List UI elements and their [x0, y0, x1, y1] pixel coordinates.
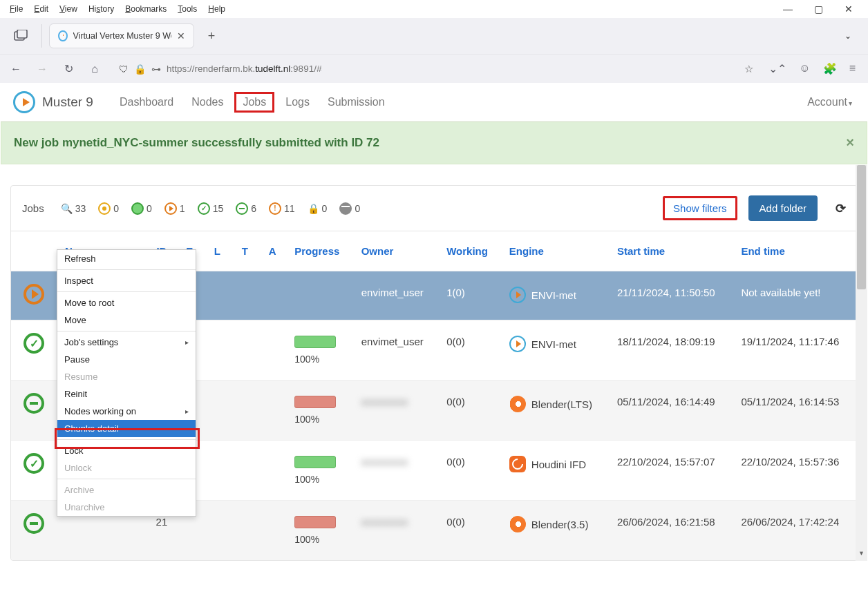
menu-help[interactable]: Help [202, 1, 231, 17]
tab-close-icon[interactable]: ✕ [177, 30, 185, 41]
window-close[interactable]: ✕ [833, 3, 864, 15]
ctx-reinit[interactable]: Reinit [57, 385, 196, 403]
cell-engine: Houdini IFD [501, 441, 609, 501]
cell-progress: 100% [286, 320, 352, 381]
row-status-icon: ✓ [23, 453, 44, 474]
permissions-icon[interactable]: ⊶ [151, 64, 161, 75]
menu-file[interactable]: File [4, 1, 28, 17]
menu-tools[interactable]: Tools [172, 1, 202, 17]
alert-close-icon[interactable]: × [846, 135, 854, 151]
cell-l [203, 501, 231, 561]
ctx-inspect[interactable]: Inspect [57, 272, 196, 289]
cell-start: 26/06/2024, 16:21:58 [609, 501, 733, 561]
stat-pending[interactable]: 0 [98, 202, 119, 215]
cell-start: 21/11/2024, 11:50:50 [609, 271, 733, 320]
tabs-overflow-icon[interactable]: ⌄ [835, 31, 861, 41]
brand[interactable]: Muster 9 [13, 91, 93, 113]
ctx-resume: Resume [57, 368, 196, 385]
col-l[interactable]: L [203, 231, 231, 271]
col-progress[interactable]: Progress [286, 231, 352, 271]
account-icon[interactable]: ☺ [799, 62, 810, 75]
panel-refresh-icon[interactable]: ⟳ [836, 201, 846, 216]
tab-title: Virtual Vertex Muster 9 Web con [73, 31, 171, 41]
tracking-shield-icon[interactable]: 🛡 [119, 64, 129, 75]
address-bar[interactable]: 🛡 🔒 ⊶ https://renderfarm.bk.tudelft.nl:9… [112, 59, 760, 79]
col-end[interactable]: End time [733, 231, 857, 271]
cell-owner: envimet_user [353, 320, 438, 381]
nav-reload-icon[interactable]: ↻ [59, 62, 77, 75]
ctx-lock[interactable]: Lock [57, 442, 196, 459]
cell-l [203, 441, 231, 501]
cell-a [258, 501, 286, 561]
stat-play[interactable]: 1 [164, 202, 185, 215]
scroll-down-icon[interactable]: ▼ [856, 550, 867, 561]
browser-chrome: Virtual Vertex Muster 9 Web con ✕ + ⌄ ← … [0, 18, 868, 83]
show-filters-button[interactable]: Show filters [663, 196, 737, 220]
account-menu[interactable]: Account▾ [807, 96, 852, 108]
menu-edit[interactable]: Edit [28, 1, 54, 17]
stat-search[interactable]: 🔍33 [61, 203, 86, 214]
add-folder-button[interactable]: Add folder [748, 195, 818, 221]
nav-jobs[interactable]: Jobs [234, 92, 274, 113]
cell-t [231, 441, 258, 501]
cell-working: 1(0) [438, 271, 501, 320]
bookmark-star-icon[interactable]: ☆ [744, 63, 753, 75]
extensions-icon[interactable]: 🧩 [823, 62, 837, 75]
stat-server[interactable]: 0 [339, 202, 360, 215]
os-menubar: File Edit View History Bookmarks Tools H… [0, 0, 868, 18]
menu-view[interactable]: View [54, 1, 83, 17]
col-owner[interactable]: Owner [353, 231, 438, 271]
cell-l [203, 320, 231, 381]
lock-icon[interactable]: 🔒 [134, 64, 146, 75]
cell-working: 0(0) [438, 441, 501, 501]
vertical-scrollbar[interactable]: ▲ ▼ [856, 165, 867, 561]
brand-name: Muster 9 [42, 95, 93, 110]
ctx-unlock: Unlock [57, 459, 196, 477]
new-tab-button[interactable]: + [201, 29, 222, 44]
nav-submission[interactable]: Submission [321, 92, 392, 113]
stat-lock[interactable]: 🔒0 [308, 203, 328, 214]
cell-owner: xxxxxxxx [353, 441, 438, 501]
ctx-chunks-detail[interactable]: Chunks detail [57, 420, 196, 437]
context-menu: Refresh Inspect Move to root Move Job's … [57, 249, 196, 517]
cell-t [231, 271, 258, 320]
col-working[interactable]: Working [438, 231, 501, 271]
nav-back-icon[interactable]: ← [7, 63, 25, 75]
cell-engine: ENVI-met [501, 271, 609, 320]
stat-dash[interactable]: 6 [236, 202, 256, 215]
stat-running-green[interactable]: 0 [131, 202, 152, 215]
window-maximize[interactable]: ▢ [803, 3, 833, 15]
nav-home-icon[interactable]: ⌂ [86, 63, 104, 75]
menu-bookmarks[interactable]: Bookmarks [120, 1, 172, 17]
col-engine[interactable]: Engine [501, 231, 609, 271]
ctx-pause[interactable]: Pause [57, 351, 196, 368]
window-minimize[interactable]: — [773, 3, 803, 15]
cell-a [258, 271, 286, 320]
col-t[interactable]: T [231, 231, 258, 271]
ctx-unarchive: Unarchive [57, 499, 196, 516]
ctx-nodes-working[interactable]: Nodes working on▸ [57, 403, 196, 420]
panel-title: Jobs [22, 202, 44, 214]
scroll-thumb[interactable] [857, 165, 866, 289]
app-menu-icon[interactable]: ≡ [849, 62, 856, 75]
nav-nodes[interactable]: Nodes [185, 92, 230, 113]
row-status-icon [23, 513, 44, 534]
recent-pages-icon[interactable] [7, 23, 35, 48]
col-a[interactable]: A [258, 231, 286, 271]
stat-check[interactable]: ✓15 [198, 202, 224, 215]
ctx-move-root[interactable]: Move to root [57, 294, 196, 311]
ctx-move[interactable]: Move [57, 311, 196, 329]
cell-a [258, 320, 286, 381]
cell-end: 19/11/2024, 11:17:46 [733, 320, 857, 381]
pocket-icon[interactable]: ⌄⌃ [768, 62, 786, 75]
browser-tab[interactable]: Virtual Vertex Muster 9 Web con ✕ [49, 23, 194, 48]
col-start[interactable]: Start time [609, 231, 733, 271]
nav-dashboard[interactable]: Dashboard [113, 92, 180, 113]
ctx-settings[interactable]: Job's settings▸ [57, 334, 196, 351]
menu-history[interactable]: History [83, 1, 120, 17]
stat-excl[interactable]: !11 [269, 202, 295, 215]
svg-rect-1 [17, 30, 27, 38]
cell-t [231, 381, 258, 441]
nav-logs[interactable]: Logs [279, 92, 317, 113]
ctx-refresh[interactable]: Refresh [57, 250, 196, 267]
